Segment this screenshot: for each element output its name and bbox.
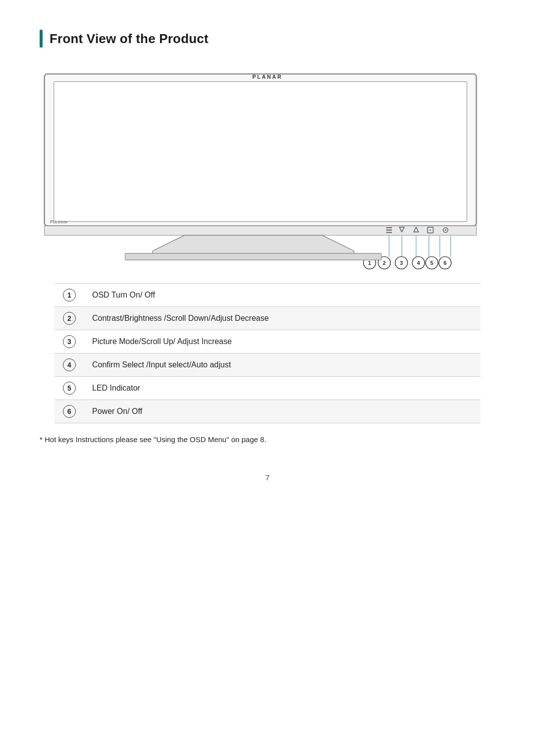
- legend-number: 1: [54, 284, 84, 307]
- svg-text:2: 2: [383, 260, 386, 266]
- heading-bar: [40, 30, 43, 48]
- svg-rect-7: [386, 230, 392, 231]
- svg-text:PLL: PLL: [50, 219, 58, 224]
- footer-note: * Hot keys Instructions please see "Usin…: [40, 435, 495, 444]
- section-heading: Front View of the Product: [40, 30, 495, 48]
- legend-number: 3: [54, 330, 84, 353]
- legend-description: Picture Mode/Scroll Up/ Adjust Increase: [84, 330, 481, 353]
- legend-number: 6: [54, 400, 84, 423]
- svg-text:5: 5: [430, 260, 433, 266]
- monitor-area: PLANAR PLL 2010w: [40, 67, 495, 273]
- svg-point-14: [445, 229, 446, 231]
- legend-row: 5 LED Indicator: [54, 377, 481, 400]
- legend-description: Confirm Select /Input select/Auto adjust: [84, 353, 481, 377]
- legend-row: 3 Picture Mode/Scroll Up/ Adjust Increas…: [54, 330, 481, 353]
- legend-row: 1 OSD Turn On/ Off: [54, 284, 481, 307]
- legend-row: 2 Contrast/Brightness /Scroll Down/Adjus…: [54, 307, 481, 330]
- svg-text:2010w: 2010w: [57, 220, 67, 224]
- svg-rect-53: [125, 253, 381, 260]
- page-number: 7: [40, 473, 495, 482]
- svg-text:PLANAR: PLANAR: [252, 74, 282, 80]
- legend-description: OSD Turn On/ Off: [84, 284, 481, 307]
- svg-rect-3: [45, 226, 477, 235]
- page-container: Front View of the Product PLANAR PLL 201…: [0, 0, 535, 756]
- svg-text:1: 1: [368, 260, 372, 266]
- svg-rect-1: [54, 82, 467, 222]
- svg-text:6: 6: [443, 260, 446, 266]
- legend-description: Power On/ Off: [84, 400, 481, 423]
- legend-number: 2: [54, 307, 84, 330]
- svg-text:3: 3: [400, 260, 403, 266]
- legend-description: LED Indicator: [84, 377, 481, 400]
- legend-row: 6 Power On/ Off: [54, 400, 481, 423]
- svg-rect-8: [386, 232, 392, 233]
- page-title: Front View of the Product: [50, 31, 209, 47]
- legend-number: 5: [54, 377, 84, 400]
- monitor-illustration: PLANAR PLL 2010w: [40, 67, 495, 271]
- legend-description: Contrast/Brightness /Scroll Down/Adjust …: [84, 307, 481, 330]
- svg-rect-6: [386, 227, 392, 228]
- legend-number: 4: [54, 353, 84, 377]
- legend-row: 4 Confirm Select /Input select/Auto adju…: [54, 353, 481, 377]
- legend-table: 1 OSD Turn On/ Off 2 Contrast/Brightness…: [54, 283, 481, 423]
- svg-text:4: 4: [417, 260, 421, 266]
